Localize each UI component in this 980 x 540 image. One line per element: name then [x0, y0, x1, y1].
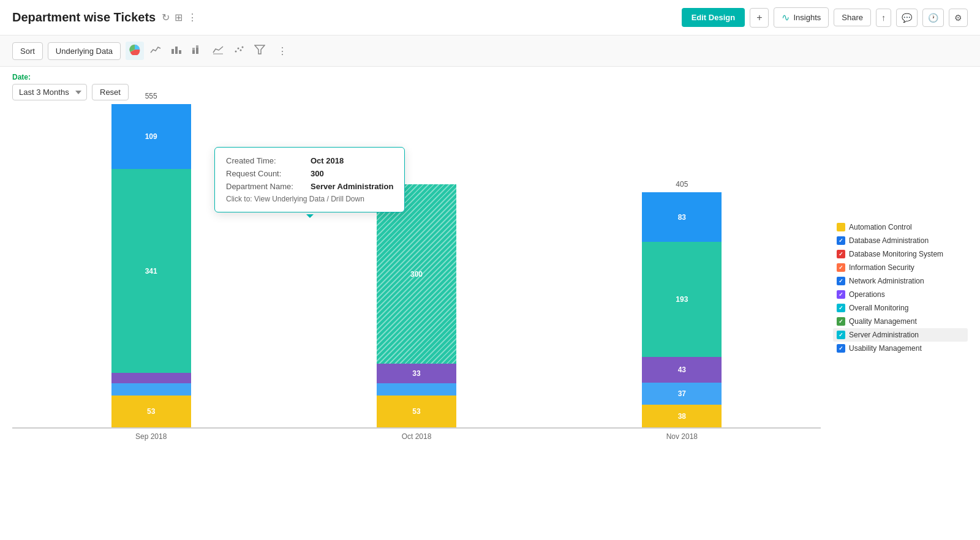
bars-container: 55510934153300335340583193433738 — [12, 110, 821, 429]
x-axis-label: Sep 2018 — [37, 432, 265, 441]
svg-point-12 — [242, 47, 244, 48]
tooltip-created-time-val: Oct 2018 — [311, 156, 344, 165]
svg-rect-7 — [196, 45, 198, 48]
legend-item[interactable]: ✓Network Administration — [833, 274, 968, 288]
legend-color-box: ✓ — [837, 317, 845, 326]
refresh-icon[interactable]: ↻ — [162, 12, 170, 23]
chart-legend: Automation Control✓Database Administrati… — [833, 110, 968, 465]
area-chart-icon[interactable] — [209, 42, 227, 60]
legend-item-label: Information Security — [849, 263, 914, 272]
legend-item[interactable]: ✓Overall Monitoring — [833, 301, 968, 315]
legend-item[interactable]: ✓Server Administration — [833, 328, 968, 342]
date-filter-label: Date: — [12, 73, 968, 81]
svg-rect-1 — [172, 49, 174, 54]
bar-segment[interactable]: 43 — [642, 357, 722, 383]
underlying-data-button[interactable]: Underlying Data — [48, 42, 121, 60]
line-chart-icon[interactable] — [146, 42, 165, 60]
comment-button[interactable]: 💬 — [896, 9, 918, 27]
svg-rect-5 — [192, 48, 195, 50]
more-icon[interactable]: ⋮ — [187, 12, 197, 23]
bar-segment[interactable] — [377, 383, 456, 396]
tooltip-created-time-key: Created Time: — [226, 156, 306, 165]
svg-rect-2 — [175, 47, 178, 54]
bar-chart-icon[interactable] — [167, 42, 186, 60]
legend-color-box: ✓ — [837, 290, 845, 299]
legend-item[interactable]: ✓Usability Management — [833, 342, 968, 355]
legend-color-box — [837, 223, 845, 231]
add-button[interactable]: + — [750, 8, 769, 28]
bar-segment[interactable]: 33 — [377, 364, 456, 383]
legend-item-label: Operations — [849, 290, 885, 299]
legend-item[interactable]: ✓Quality Management — [833, 315, 968, 328]
bar-stack: 83193433738 — [642, 192, 722, 427]
insights-icon: ∿ — [782, 12, 790, 23]
tooltip-request-count-key: Request Count: — [226, 169, 306, 178]
bar-segment[interactable]: 37 — [642, 383, 722, 405]
funnel-icon[interactable] — [251, 42, 269, 60]
legend-item[interactable]: ✓Information Security — [833, 261, 968, 274]
legend-item-label: Server Administration — [849, 331, 919, 339]
bar-segment[interactable]: 53 — [111, 396, 191, 427]
legend-color-box: ✓ — [837, 263, 845, 272]
bars-wrapper: 55510934153300335340583193433738 Sep 201… — [12, 110, 821, 453]
bar-stack: 3003353 — [377, 184, 456, 427]
legend-item[interactable]: ✓Database Administration — [833, 234, 968, 247]
bar-group: 55510934153 — [37, 92, 265, 427]
x-axis-label: Oct 2018 — [302, 432, 530, 441]
legend-color-box: ✓ — [837, 304, 845, 312]
export-button[interactable]: ↑ — [876, 9, 891, 27]
svg-marker-13 — [255, 45, 265, 54]
bar-total: 555 — [145, 92, 157, 100]
stacked-bar-icon[interactable] — [188, 42, 206, 60]
legend-color-box: ✓ — [837, 344, 845, 353]
svg-rect-3 — [179, 50, 181, 54]
x-axis-label: Nov 2018 — [568, 432, 796, 441]
bar-segment[interactable]: 193 — [642, 242, 722, 357]
toolbar: Sort Underlying Data ⋮ — [0, 36, 980, 67]
insights-button[interactable]: ∿ Insights — [774, 7, 829, 28]
legend-color-box: ✓ — [837, 250, 845, 258]
schedule-button[interactable]: 🕐 — [922, 9, 944, 27]
svg-point-9 — [235, 51, 237, 53]
pie-chart-icon[interactable] — [126, 42, 144, 60]
toolbar-more-button[interactable]: ⋮ — [274, 43, 291, 59]
page-title: Department wise Tickets — [12, 10, 156, 24]
legend-item-label: Usability Management — [849, 344, 922, 353]
legend-item-label: Database Monitoring System — [849, 250, 943, 258]
bar-segment[interactable]: 38 — [642, 405, 722, 427]
edit-design-button[interactable]: Edit Design — [682, 8, 745, 27]
header-icons: ↻ ⊞ ⋮ — [162, 12, 197, 23]
bar-segment[interactable]: 83 — [642, 192, 722, 242]
bar-segment[interactable]: 341 — [111, 169, 191, 373]
app-header: Department wise Tickets ↻ ⊞ ⋮ Edit Desig… — [0, 0, 980, 36]
legend-item[interactable]: ✓Operations — [833, 288, 968, 301]
bar-segment[interactable] — [111, 373, 191, 383]
x-axis-labels: Sep 2018Oct 2018Nov 2018 — [12, 429, 821, 441]
legend-color-box: ✓ — [837, 331, 845, 339]
legend-item-label: Quality Management — [849, 317, 917, 326]
share-button[interactable]: Share — [834, 9, 871, 26]
chart-area: Created Time: Oct 2018 Request Count: 30… — [0, 104, 980, 465]
grid-icon[interactable]: ⊞ — [175, 12, 183, 23]
title-area: Department wise Tickets ↻ ⊞ ⋮ — [12, 10, 197, 24]
legend-color-box: ✓ — [837, 236, 845, 245]
settings-button[interactable]: ⚙ — [949, 9, 968, 27]
legend-item-label: Database Administration — [849, 236, 929, 245]
legend-item-label: Automation Control — [849, 223, 912, 231]
legend-color-box: ✓ — [837, 277, 845, 285]
scatter-icon[interactable] — [230, 42, 248, 60]
bar-segment[interactable]: 109 — [111, 104, 191, 169]
header-actions: Edit Design + ∿ Insights Share ↑ 💬 🕐 ⚙ — [682, 7, 968, 28]
bar-segment[interactable] — [111, 383, 191, 396]
chart-tooltip: Created Time: Oct 2018 Request Count: 30… — [214, 147, 405, 212]
bar-segment[interactable]: 53 — [377, 396, 456, 427]
tooltip-dept-name-key: Department Name: — [226, 182, 306, 191]
legend-item[interactable]: Automation Control — [833, 220, 968, 234]
tooltip-request-count-val: 300 — [311, 169, 324, 178]
legend-item[interactable]: ✓Database Monitoring System — [833, 247, 968, 261]
sort-button[interactable]: Sort — [12, 42, 43, 60]
chart-type-icons — [126, 42, 269, 60]
bar-group: 40583193433738 — [568, 180, 796, 427]
bar-group: 3003353 — [302, 181, 530, 427]
svg-point-10 — [238, 48, 239, 50]
